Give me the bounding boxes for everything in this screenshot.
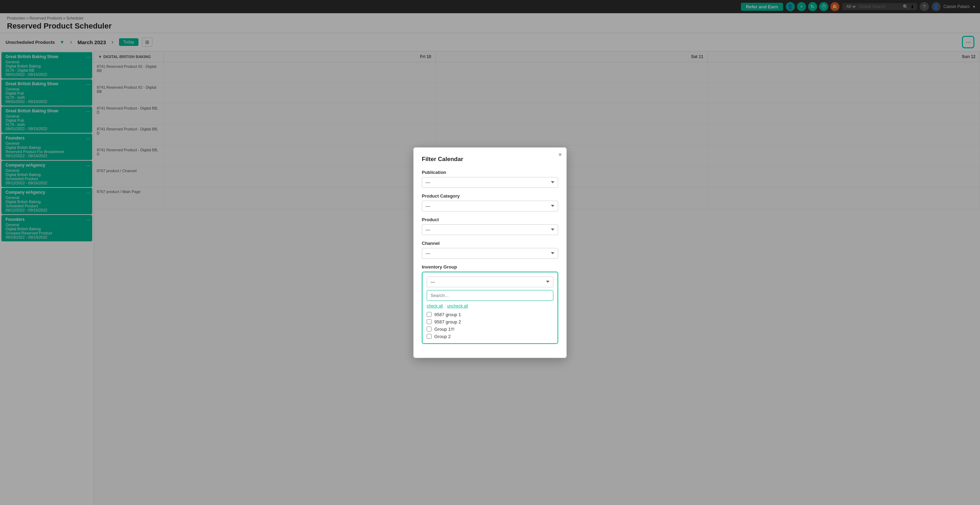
inventory-search-input[interactable]	[427, 290, 553, 301]
inventory-checkbox-list: 9587 group 1 9587 group 2 Group 1!!! Gro…	[427, 312, 553, 339]
product-label: Product	[422, 217, 558, 222]
list-item[interactable]: 9587 group 2	[427, 319, 553, 324]
publication-select[interactable]: —	[422, 177, 558, 188]
product-filter-group: Product —	[422, 217, 558, 235]
channel-select[interactable]: —	[422, 248, 558, 259]
checkbox-9587-group-1[interactable]	[427, 312, 431, 317]
list-item[interactable]: 9587 group 1	[427, 312, 553, 317]
check-all-links: check all uncheck all	[427, 303, 553, 308]
inventory-group-box: — check all uncheck all 9587 group 1 958…	[422, 272, 558, 344]
checkbox-label: 9587 group 1	[434, 312, 461, 317]
publication-filter-group: Publication —	[422, 170, 558, 188]
publication-label: Publication	[422, 170, 558, 175]
inventory-group-filter-group: Inventory Group — check all uncheck all …	[422, 264, 558, 344]
inventory-group-label: Inventory Group	[422, 264, 558, 270]
product-category-label: Product Category	[422, 194, 558, 199]
modal-overlay: Filter Calendar × Publication — Product …	[0, 0, 980, 505]
checkbox-label: Group 1!!!	[434, 327, 455, 332]
product-select[interactable]: —	[422, 224, 558, 235]
product-category-filter-group: Product Category —	[422, 194, 558, 211]
filter-calendar-modal: Filter Calendar × Publication — Product …	[414, 148, 566, 358]
uncheck-all-link[interactable]: uncheck all	[447, 303, 468, 308]
modal-close-button[interactable]: ×	[558, 152, 562, 158]
product-category-select[interactable]: —	[422, 201, 558, 211]
checkbox-group-2[interactable]	[427, 334, 431, 339]
modal-title: Filter Calendar	[422, 156, 558, 163]
checkbox-label: 9587 group 2	[434, 319, 461, 324]
checkbox-9587-group-2[interactable]	[427, 319, 431, 324]
list-item[interactable]: Group 1!!!	[427, 327, 553, 332]
check-all-link[interactable]: check all	[427, 303, 443, 308]
checkbox-group-1-exclaim[interactable]	[427, 327, 431, 332]
inventory-group-select[interactable]: —	[427, 276, 553, 287]
channel-label: Channel	[422, 241, 558, 246]
channel-filter-group: Channel —	[422, 241, 558, 259]
list-item[interactable]: Group 2	[427, 334, 553, 339]
checkbox-label: Group 2	[434, 334, 451, 339]
